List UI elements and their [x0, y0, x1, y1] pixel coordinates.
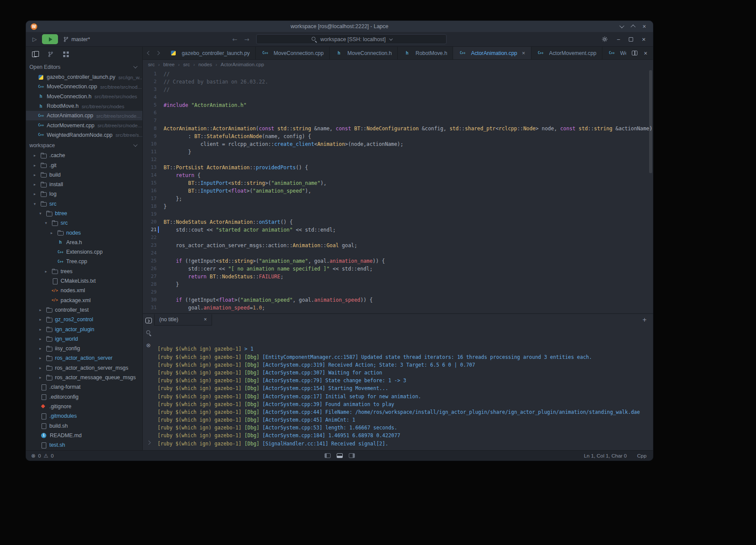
code-line[interactable]: 11 } [143, 148, 653, 156]
editor-scrollbar[interactable] [649, 70, 652, 173]
tree-item[interactable]: ▸install [26, 180, 142, 189]
code-line[interactable]: 18} [143, 203, 653, 210]
terminal-tab[interactable]: (no title) × [154, 314, 212, 326]
file-explorer-panel-icon[interactable] [32, 51, 38, 57]
chevron-right-icon[interactable]: ▸ [39, 346, 45, 351]
code-line[interactable]: 19 [143, 210, 653, 218]
chevron-right-icon[interactable]: ▸ [39, 327, 45, 332]
run-button[interactable] [42, 34, 58, 44]
new-terminal-icon[interactable]: + [643, 316, 653, 324]
code-line[interactable]: 2// Created by bastian on 26.03.22. [143, 78, 653, 86]
breadcrumb-item[interactable]: ActorAnimation.cpp [221, 61, 264, 67]
tree-item[interactable]: .clang-format [26, 382, 142, 392]
chevron-right-icon[interactable]: ▸ [39, 366, 45, 370]
tree-item[interactable]: ▸ros_actor_action_server [26, 353, 142, 363]
code-line[interactable]: 7 [143, 117, 653, 125]
code-line[interactable]: 5#include "ActorAnimation.h" [143, 101, 653, 109]
tree-item[interactable]: </>package.xml [26, 296, 142, 305]
code-line[interactable]: 26 std::cerr << "[ no animation name spe… [143, 265, 653, 273]
editor-tab[interactable]: hRobotMove.h [398, 47, 453, 59]
open-editor-item[interactable]: hRobotMove.hsrc/btree/src/nodes [26, 101, 142, 111]
settings-gear-icon[interactable] [602, 36, 608, 42]
run-outline-icon[interactable]: ▷ [32, 36, 37, 42]
tree-item[interactable]: test.sh [26, 440, 142, 450]
open-editor-item[interactable]: C++WeightedRandomNode.cppsrc/btree/s... [26, 130, 142, 140]
close-editor-icon[interactable]: × [644, 50, 647, 56]
tree-item[interactable]: .editorconfig [26, 392, 142, 402]
code-line[interactable]: 13BT::PortsList ActorAnimation::provided… [143, 164, 653, 171]
chevron-right-icon[interactable]: ▸ [34, 163, 40, 168]
nav-back-icon[interactable]: ← [232, 36, 238, 43]
tree-item[interactable]: hArea.h [26, 238, 142, 247]
code-line[interactable]: 20BT::NodeStatus ActorAnimation::onStart… [143, 218, 653, 226]
chevron-right-icon[interactable]: ▸ [51, 231, 57, 235]
code-line[interactable]: 3// [143, 86, 653, 94]
tree-item[interactable]: ▸ros_actor_message_queue_msgs [26, 373, 142, 382]
tabs-scroll-right-icon[interactable] [156, 51, 160, 55]
tree-item[interactable]: ▸ign_world [26, 334, 142, 344]
terminal-panel-icon[interactable] [145, 318, 152, 323]
tree-item[interactable]: ▾src [26, 218, 142, 228]
cursor-position[interactable]: Ln 1, Col 1, Char 0 [584, 453, 627, 459]
code-line[interactable]: 27 return BT::NodeStatus::FAILURE; [143, 273, 653, 281]
terminal-content[interactable]: [ruby $(which ign) gazebo-1] > 1[ruby $(… [154, 326, 653, 450]
chevron-right-icon[interactable]: ▸ [39, 317, 45, 322]
tree-item[interactable]: build.sh [26, 421, 142, 430]
nav-forward-icon[interactable]: → [244, 36, 250, 43]
tree-item[interactable]: ▸.cache [26, 151, 142, 160]
tree-item[interactable]: C++Extensions.cpp [26, 247, 142, 257]
toggle-right-panel-icon[interactable] [349, 453, 355, 458]
chevron-down-icon[interactable]: ▾ [39, 211, 45, 216]
panel-expand-icon[interactable] [146, 441, 151, 445]
open-editors-header[interactable]: Open Editors [26, 61, 142, 72]
chevron-right-icon[interactable]: ▸ [39, 356, 45, 360]
editor-tab[interactable]: C++ActorMovement.cpp [531, 47, 602, 59]
tree-item[interactable]: .gitmodules [26, 411, 142, 421]
breadcrumb-item[interactable]: src [183, 61, 190, 67]
code-line[interactable]: 16 BT::InputPort<float>("animation_speed… [143, 187, 653, 195]
open-editor-item[interactable]: hMoveConnection.hsrc/btree/src/nodes [26, 92, 142, 101]
maximize-icon[interactable] [629, 37, 633, 42]
tree-item[interactable]: C++Tree.cpp [26, 257, 142, 266]
tree-item[interactable]: ▸nodes [26, 228, 142, 237]
breadcrumb-item[interactable]: src [148, 61, 154, 67]
code-line[interactable]: 15 BT::InputPort<std::string>("animation… [143, 179, 653, 187]
code-line[interactable]: 25 if (!getInput<std::string>("animation… [143, 257, 653, 265]
open-editor-item[interactable]: C++ActorAnimation.cppsrc/btree/src/node.… [26, 111, 142, 120]
tree-item[interactable]: ▸ign_actor_plugin [26, 324, 142, 334]
code-line[interactable]: 4 [143, 94, 653, 101]
tree-item[interactable]: ▾src [26, 199, 142, 209]
code-line[interactable]: 12 [143, 156, 653, 164]
tree-item[interactable]: ▸build [26, 170, 142, 180]
problems-status[interactable]: ⊗ 0 ⚠ 0 [26, 453, 54, 459]
tree-item[interactable]: ▸controller_test [26, 305, 142, 315]
tree-item[interactable]: iREADME.md [26, 431, 142, 440]
breadcrumb-item[interactable]: nodes [198, 61, 212, 67]
code-line[interactable]: 21 std::cout << "started actor animation… [143, 226, 653, 234]
open-editor-item[interactable]: C++MoveConnection.cppsrc/btree/src/nod..… [26, 82, 142, 91]
tree-item[interactable]: ▸iisy_config [26, 344, 142, 353]
tab-close-icon[interactable]: × [522, 50, 525, 56]
code-line[interactable]: 22 [143, 234, 653, 242]
close-icon[interactable]: × [642, 36, 646, 42]
code-line[interactable]: 31 goal.animation_speed=1.0; [143, 304, 653, 312]
problems-panel-icon[interactable]: ⊗ [146, 342, 151, 348]
chevron-right-icon[interactable]: ▸ [34, 173, 40, 177]
code-line[interactable]: 24 [143, 249, 653, 257]
window-maximize-icon[interactable] [631, 25, 635, 29]
chevron-down-icon[interactable]: ▾ [34, 202, 40, 206]
editor-tab[interactable]: gazebo_controller_launch.py [164, 47, 256, 59]
editor-tab[interactable]: C++ActorAnimation.cpp× [453, 47, 531, 59]
open-editor-item[interactable]: C++ActorMovement.cppsrc/btree/src/node..… [26, 120, 142, 130]
code-line[interactable]: 8ActorAnimation::ActorAnimation(const st… [143, 125, 653, 132]
code-line[interactable]: 6 [143, 109, 653, 117]
split-editor-icon[interactable] [632, 51, 637, 55]
code-editor[interactable]: 1//2// Created by bastian on 26.03.22.3/… [143, 69, 653, 313]
chevron-right-icon[interactable]: ▸ [34, 153, 40, 158]
toggle-bottom-panel-icon[interactable] [337, 453, 343, 458]
code-line[interactable]: 9 : BT::StatefulActionNode(name, config)… [143, 132, 653, 140]
editor-tab[interactable]: C++WeightedRandomNode.cpp [602, 47, 626, 59]
code-line[interactable]: 28 } [143, 281, 653, 288]
code-line[interactable]: 23 ros_actor_action_server_msgs::action:… [143, 242, 653, 249]
editor-tab[interactable]: hMoveConnection.h [330, 47, 398, 59]
